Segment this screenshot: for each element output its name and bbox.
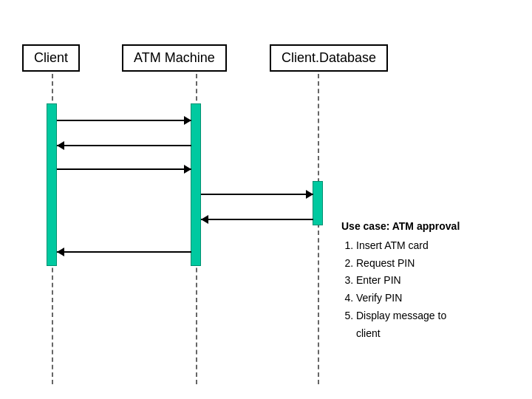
- arrow-6: [57, 251, 191, 253]
- arrow-1: [57, 120, 191, 121]
- activation-bar-atm: [191, 103, 201, 266]
- step-4: Verify PIN: [356, 290, 460, 307]
- step-5-part2: client: [356, 327, 381, 339]
- activation-bar-client: [47, 103, 57, 266]
- step-5: Display message to client: [356, 307, 460, 343]
- step-3: Enter PIN: [356, 272, 460, 290]
- client-label: Client: [34, 50, 68, 65]
- use-case-title: Use case: ATM approval: [341, 218, 460, 236]
- step-2: Request PIN: [356, 255, 460, 273]
- header-db: Client.Database: [270, 44, 388, 72]
- header-atm: ATM Machine: [122, 44, 227, 72]
- use-case-bold: ATM approval: [392, 220, 460, 232]
- diagram-area: Client ATM Machine Client.Database Use c…: [0, 0, 532, 399]
- db-label: Client.Database: [282, 50, 376, 65]
- arrow-4: [201, 194, 313, 195]
- use-case-steps: Insert ATM card Request PIN Enter PIN Ve…: [356, 237, 460, 343]
- lifeline-db: [318, 74, 319, 384]
- step-1: Insert ATM card: [356, 237, 460, 255]
- activation-bar-db: [313, 181, 323, 225]
- header-client: Client: [22, 44, 80, 72]
- step-5-part1: Display message to: [356, 310, 446, 321]
- arrow-2: [57, 145, 191, 146]
- use-case-box: Use case: ATM approval Insert ATM card R…: [341, 218, 460, 343]
- arrow-5: [201, 219, 313, 220]
- atm-label: ATM Machine: [134, 50, 215, 65]
- arrow-3: [57, 168, 191, 170]
- use-case-title-text: Use case:: [341, 220, 392, 232]
